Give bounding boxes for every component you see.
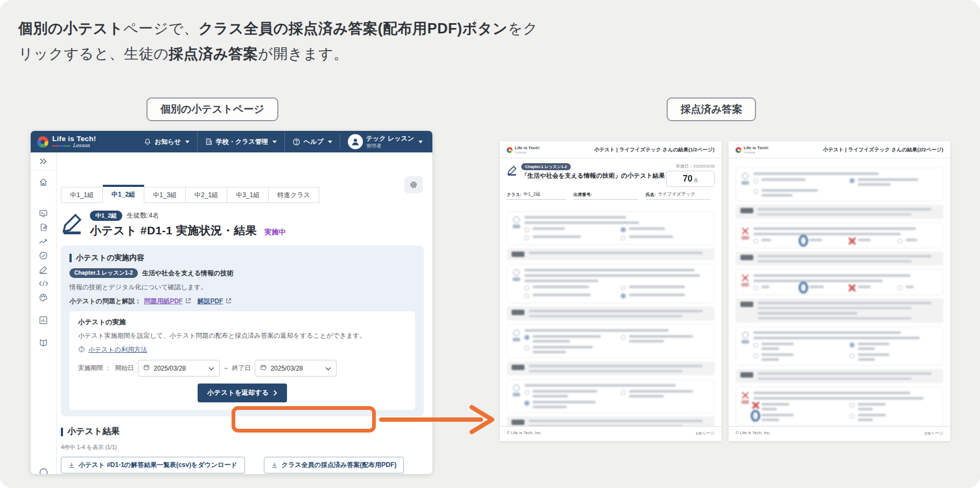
explanation-bar [736,205,943,219]
external-link-icon [226,298,232,305]
correct-circle-mark [799,235,808,247]
tab-中3_1組[interactable]: 中3_1組 [227,187,269,203]
radio-icon [850,414,855,419]
intro-text: 個別の小テストページで、クラス全員の採点済み答案(配布用PDF)ボタンをク リッ… [18,16,538,67]
sidebar-check-circle-icon[interactable] [31,248,57,262]
pdf-brand: Life is Tech! Lesson [507,146,540,154]
question-block [507,211,715,245]
sidebar-textbook-icon[interactable] [31,336,57,350]
explanation-bar [736,252,943,266]
radio-icon [898,239,902,243]
app-navbar: Life is Tech! Lesson お知らせ学校・クラス管理ヘルプ テック… [31,131,432,152]
brand-title: Life is Tech! [52,135,96,143]
life-is-tech-logo-icon [736,147,741,153]
settings-gear-icon[interactable] [404,176,423,193]
chevron-down-icon [185,141,190,143]
tab-中1_1組[interactable]: 中1_1組 [61,187,103,203]
correct-circle-mark [751,410,760,422]
user-menu[interactable]: テック レッスン 管理者 [340,134,432,149]
user-role: 管理者 [366,143,414,149]
pdf-copyright: © Life is Tech, Inc. [507,430,542,436]
sidebar-report-icon[interactable] [31,313,57,327]
sidebar-palette-icon[interactable] [31,290,57,304]
tab-中1_2組[interactable]: 中1_2組 [103,185,144,203]
wrong-mark-icon [742,275,748,281]
sidebar-trend-icon[interactable] [31,234,57,248]
radio-icon [524,285,529,290]
help-circle-icon [78,346,85,354]
class-tabs: 中1_1組中1_2組中1_3組中2_1組中3_1組特進クラス [61,185,424,203]
graded-answer-pdf-page1: Life is Tech! Lesson 小テスト | ライフイズテック さんの… [500,141,722,441]
question-block [736,222,943,248]
end-date-label: 終了日 [232,364,251,372]
explanation-bar [507,361,715,375]
question-number-icon [513,385,520,391]
end-date-value: 2025/03/28 [270,365,303,372]
panel-heading: 小テストの実施内容 [76,253,144,263]
sidebar-expand-icon[interactable] [31,152,57,171]
chevron-down-icon [208,365,214,372]
nav-item-building[interactable]: 学校・クラス管理 [197,131,284,152]
tab-特進クラス[interactable]: 特進クラス [269,187,319,203]
explanation-bar [736,298,943,323]
external-link-icon [185,298,191,305]
wrong-mark-icon [742,228,748,234]
highlight-box [232,406,376,433]
results-heading: 小テスト結果 [67,426,120,437]
wrong-mark-icon [742,392,748,399]
explanation-bar [507,248,715,260]
return-quiz-button[interactable]: 小テストを返却する [198,384,287,402]
question-number-icon [513,330,520,336]
chevron-down-icon [272,141,277,143]
end-date-select[interactable]: 2025/03/28 [255,360,337,377]
answer-pdf-link[interactable]: 解説PDF [197,297,223,306]
section-bar [61,428,63,436]
navbar-menu: お知らせ学校・クラス管理ヘルプ [136,131,340,152]
life-is-tech-logo-icon [37,136,48,148]
radio-icon [524,294,529,298]
building-icon [205,138,213,145]
sidebar-home-icon[interactable] [31,175,57,189]
student-meta-row: クラス:中1_2組 出席番号: 氏名:ライフイズテック [500,189,722,204]
sidebar-terminal-icon[interactable] [31,206,57,220]
explanation-badge [512,252,524,257]
download-icon [68,462,75,469]
correct-circle-mark [799,282,808,294]
tab-中1_3組[interactable]: 中1_3組 [144,187,186,203]
caption-quiz-page: 個別の小テストページ [146,97,278,121]
quiz-pencil-icon [61,212,83,234]
avatar [348,134,363,149]
download-csv-button[interactable]: 小テスト #D1-1の解答結果一覧表(csv)をダウンロード [61,457,245,473]
question-pdf-link[interactable]: 問題用紙PDF [144,297,183,306]
nav-item-bell[interactable]: お知らせ [136,131,197,152]
radio-icon [898,285,902,290]
pdf-question-area [729,158,950,441]
class-graded-pdf-button[interactable]: クラス全員の採点済み答案(配布用PDF) [264,457,404,473]
start-date-label: 開始日 [115,364,134,372]
start-date-select[interactable]: 2025/03/28 [138,360,220,377]
calendar-icon [143,364,150,372]
life-is-tech-logo-icon [507,147,513,153]
user-name: テック レッスン [366,135,414,142]
tab-中2_1組[interactable]: 中2_1組 [186,187,227,203]
explanation-badge [740,208,753,213]
radio-selected-icon [621,227,626,232]
tutorial-slide: 個別の小テストページで、クラス全員の採点済み答案(配布用PDF)ボタンをク リッ… [0,0,980,488]
question-block [507,379,715,413]
brand-underline [52,145,71,147]
sidebar-code-icon[interactable] [31,276,57,290]
sidebar-document-edit-icon[interactable] [31,220,57,234]
question-block [736,326,943,366]
nav-item-help[interactable]: ヘルプ [284,131,340,152]
brand[interactable]: Life is Tech! Lesson [37,135,96,149]
page-title: 小テスト #D1-1 実施状況・結果 [90,223,257,238]
usage-help-link[interactable]: 小テストの利用方法 [88,345,147,354]
radio-selected-icon [524,335,529,340]
sidebar-globe-icon[interactable] [39,468,48,474]
bell-icon [144,138,151,146]
pdf-brand: Life is Tech! Lesson [736,146,768,154]
explanation-badge [512,310,524,315]
sidebar-quiz-pencil-icon[interactable] [31,262,57,276]
radio-selected-icon [621,294,626,298]
exam-date: 実施日：2025/03/28 [676,163,715,169]
